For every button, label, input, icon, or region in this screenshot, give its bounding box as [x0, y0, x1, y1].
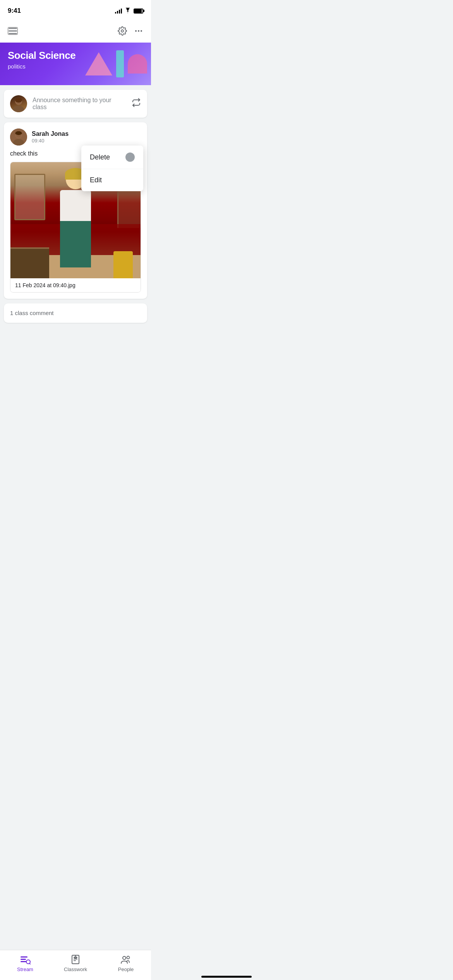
svg-point-0	[121, 30, 124, 32]
semicircle-shape	[128, 54, 147, 74]
post-footer[interactable]: 1 class comment	[4, 303, 147, 323]
status-icons	[115, 8, 143, 14]
post-header: Sarah Jonas 09:40	[10, 128, 141, 146]
status-bar: 9:41	[0, 0, 151, 19]
settings-button[interactable]	[118, 26, 127, 36]
edit-menu-item[interactable]: Edit	[81, 169, 143, 191]
context-menu: Delete Edit	[81, 146, 143, 191]
delete-label: Delete	[90, 153, 110, 161]
resend-icon[interactable]	[132, 98, 141, 110]
teal-shape	[116, 50, 124, 77]
banner-decoration	[60, 43, 151, 85]
delete-dot-icon	[125, 152, 135, 162]
delete-menu-item[interactable]: Delete	[81, 146, 143, 169]
bg-counter	[10, 247, 49, 278]
post-card: Sarah Jonas 09:40 check this 11 Feb 2024…	[4, 122, 147, 299]
announce-bar[interactable]: Announce something to your class	[4, 90, 147, 118]
battery-icon	[134, 9, 143, 14]
bg-mirror	[14, 174, 45, 220]
post-author-info: Sarah Jonas 09:40	[32, 130, 141, 144]
attachment-filename: 11 Feb 2024 at 09:40.jpg	[10, 278, 141, 292]
header-actions	[118, 26, 143, 36]
svg-point-7	[15, 98, 22, 103]
triangle-shape	[85, 52, 112, 75]
svg-point-2	[138, 30, 139, 32]
svg-point-13	[15, 131, 22, 135]
svg-point-5	[13, 106, 24, 112]
comment-count: 1 class comment	[10, 310, 54, 316]
bg-chair	[113, 251, 133, 278]
author-name: Sarah Jonas	[32, 130, 141, 137]
svg-point-3	[141, 30, 142, 32]
status-time: 9:41	[8, 7, 21, 15]
person-pants	[60, 221, 91, 267]
person-shirt	[60, 190, 91, 221]
announce-placeholder[interactable]: Announce something to your class	[33, 97, 126, 111]
edit-label: Edit	[90, 176, 102, 184]
svg-point-1	[135, 30, 137, 32]
app-header	[0, 19, 151, 43]
user-avatar	[10, 95, 27, 112]
wifi-icon	[124, 8, 131, 14]
menu-button[interactable]	[8, 27, 18, 35]
post-author-avatar	[10, 128, 27, 146]
more-options-button[interactable]	[134, 26, 143, 36]
class-banner: Social Science politics	[0, 43, 151, 85]
signal-icon	[115, 8, 122, 14]
post-timestamp: 09:40	[32, 138, 141, 144]
